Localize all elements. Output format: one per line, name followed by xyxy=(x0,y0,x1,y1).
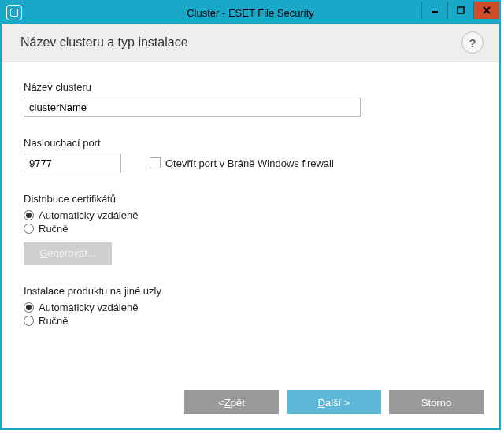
cancel-button[interactable]: Storno xyxy=(389,390,484,414)
wizard-window: Cluster - ESET File Security Název clust… xyxy=(0,0,501,430)
cert-distribution-section: Distribuce certifikátů Automaticky vzdál… xyxy=(24,193,477,265)
footer-buttons: < Zpět Další > Storno xyxy=(176,390,484,414)
page-title: Název clusteru a typ instalace xyxy=(20,35,188,50)
maximize-icon xyxy=(457,6,465,14)
install-manual-radio-row[interactable]: Ručně xyxy=(24,315,477,327)
generate-button: Generovat... xyxy=(24,242,112,265)
close-button[interactable] xyxy=(473,2,499,19)
install-manual-radio[interactable] xyxy=(24,316,34,326)
maximize-button[interactable] xyxy=(447,2,473,19)
next-button[interactable]: Další > xyxy=(287,390,381,414)
help-button[interactable]: ? xyxy=(461,31,484,54)
port-section: Naslouchací port Otevřít port v Bráně Wi… xyxy=(24,137,477,172)
minimize-icon xyxy=(431,6,439,14)
cert-manual-radio[interactable] xyxy=(24,224,34,234)
install-manual-label: Ručně xyxy=(39,315,69,327)
cert-auto-label: Automaticky vzdáleně xyxy=(39,209,138,221)
minimize-button[interactable] xyxy=(421,2,447,19)
close-icon xyxy=(483,6,491,14)
firewall-checkbox-row[interactable]: Otevřít port v Bráně Windows firewall xyxy=(150,157,334,169)
app-icon xyxy=(6,5,22,20)
install-auto-radio[interactable] xyxy=(24,302,34,313)
cluster-name-input[interactable] xyxy=(24,98,361,117)
cert-distribution-label: Distribuce certifikátů xyxy=(24,193,477,205)
titlebar[interactable]: Cluster - ESET File Security xyxy=(2,2,499,24)
install-label: Instalace produktu na jiné uzly xyxy=(24,285,477,297)
install-auto-label: Automaticky vzdáleně xyxy=(39,302,138,313)
svg-rect-1 xyxy=(458,7,464,13)
window-controls xyxy=(421,2,499,19)
port-label: Naslouchací port xyxy=(24,137,477,149)
cluster-name-label: Název clusteru xyxy=(24,81,477,93)
install-auto-radio-row[interactable]: Automaticky vzdáleně xyxy=(24,302,477,313)
firewall-checkbox[interactable] xyxy=(150,157,161,168)
content-area: Název clusteru Naslouchací port Otevřít … xyxy=(2,62,499,327)
wizard-header: Název clusteru a typ instalace ? xyxy=(2,24,499,62)
firewall-checkbox-label: Otevřít port v Bráně Windows firewall xyxy=(165,157,334,169)
back-button[interactable]: < Zpět xyxy=(184,390,279,414)
port-input[interactable] xyxy=(24,154,121,172)
cert-manual-radio-row[interactable]: Ručně xyxy=(24,223,477,235)
cert-auto-radio[interactable] xyxy=(24,210,34,220)
cert-auto-radio-row[interactable]: Automaticky vzdáleně xyxy=(24,209,477,221)
cert-manual-label: Ručně xyxy=(39,223,69,235)
install-section: Instalace produktu na jiné uzly Automati… xyxy=(24,285,477,327)
